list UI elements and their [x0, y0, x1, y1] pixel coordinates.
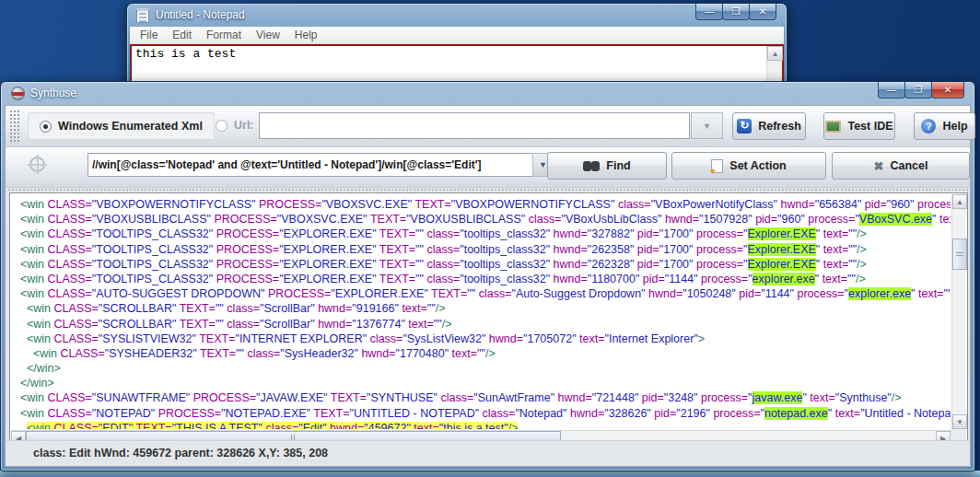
xml-line: </win>: [20, 376, 951, 390]
synthuse-minimize-button[interactable]: —: [878, 82, 905, 99]
synthuse-client-area: Windows Enumerated Xml Url: ▼ ↻ Refresh …: [5, 105, 971, 467]
refresh-label: Refresh: [758, 120, 801, 133]
desktop: Untitled - Notepad — ❐ ✕ FileEditFormatV…: [0, 0, 980, 477]
test-ide-label: Test IDE: [847, 120, 892, 133]
scroll-up-icon[interactable]: ▲: [767, 46, 783, 61]
status-text: class: Edit hWnd: 459672 parent: 328626 …: [33, 447, 328, 460]
synthuse-close-button[interactable]: ✕: [931, 82, 964, 99]
action-page-icon: [711, 159, 723, 173]
vertical-scroll-thumb[interactable]: [952, 238, 967, 270]
taskbar-strip[interactable]: [0, 471, 980, 477]
radio-xml-label: Windows Enumerated Xml: [58, 120, 203, 133]
xml-line: <win CLASS="VBOXPOWERNOTIFYCLASS" PROCES…: [20, 197, 951, 212]
test-ide-button[interactable]: Test IDE: [823, 112, 895, 140]
refresh-icon: ↻: [737, 119, 752, 134]
find-button[interactable]: Find: [547, 152, 667, 180]
xml-line: <win CLASS="SYSHEADER32" TEXT="" class="…: [20, 346, 951, 361]
synthuse-window: Synthuse — ❐ ✕ Windows Enumerated Xml Ur…: [0, 81, 975, 471]
xml-line: <win CLASS="NOTEPAD" PROCESS="NOTEPAD.EX…: [20, 406, 951, 421]
notepad-minimize-button[interactable]: —: [695, 4, 723, 20]
xml-line: <win CLASS="TOOLTIPS_CLASS32" PROCESS="E…: [20, 272, 951, 286]
xml-line: <win CLASS="VBOXUSBLIBCLASS" PROCESS="VB…: [20, 212, 951, 227]
menu-item-view[interactable]: View: [249, 29, 287, 41]
scroll-down-icon[interactable]: ▼: [952, 414, 967, 429]
url-input[interactable]: [259, 112, 690, 139]
vertical-scrollbar[interactable]: ▲ ▼: [951, 194, 966, 429]
xml-line: <win CLASS="TOOLTIPS_CLASS32" PROCESS="E…: [20, 257, 951, 272]
synthuse-titlebar[interactable]: Synthuse — ❐ ✕: [5, 82, 971, 105]
help-button[interactable]: ? Help: [914, 112, 975, 140]
menu-item-format[interactable]: Format: [199, 29, 249, 41]
synthuse-maximize-button[interactable]: ❐: [904, 82, 932, 99]
menu-item-help[interactable]: Help: [287, 29, 325, 41]
notepad-titlebar[interactable]: Untitled - Notepad — ❐ ✕: [130, 4, 784, 27]
notepad-maximize-button[interactable]: ❐: [722, 4, 750, 20]
xml-line: <win CLASS="EDIT" TEXT="THIS IS A TEST" …: [20, 421, 951, 429]
notepad-scrollbar[interactable]: ▲: [766, 46, 782, 86]
xml-line: <win CLASS="SCROLLBAR" TEXT="" class="Sc…: [20, 317, 951, 332]
xml-line: <win CLASS="TOOLTIPS_CLASS32" PROCESS="E…: [20, 242, 951, 257]
refresh-button[interactable]: ↻ Refresh: [732, 112, 806, 140]
chevron-down-icon: ▼: [539, 160, 547, 169]
menu-item-edit[interactable]: Edit: [165, 29, 199, 41]
radio-unselected-icon: [216, 120, 228, 132]
cancel-x-icon: ✖: [874, 159, 884, 173]
find-label: Find: [606, 159, 630, 172]
status-bar: class: Edit hWnd: 459672 parent: 328626 …: [6, 440, 970, 466]
xml-line: <win CLASS="TOOLTIPS_CLASS32" PROCESS="E…: [20, 227, 951, 241]
main-toolbar: Windows Enumerated Xml Url: ▼ ↻ Refresh …: [6, 106, 970, 147]
notepad-window-title: Untitled - Notepad: [156, 8, 245, 21]
radio-url[interactable]: Url:: [216, 119, 254, 132]
set-action-button[interactable]: Set Action: [671, 152, 826, 180]
help-icon: ?: [921, 119, 936, 134]
chalkboard-icon: [825, 121, 841, 133]
toolbar-grip[interactable]: [9, 110, 20, 143]
xpath-combobox-input[interactable]: [88, 153, 533, 177]
xml-content: <win CLASS="VBOXPOWERNOTIFYCLASS" PROCES…: [10, 193, 951, 429]
xml-line: <win CLASS="SYSLISTVIEW32" TEXT="INTERNE…: [20, 332, 951, 346]
cancel-label: Cancel: [890, 159, 928, 172]
notepad-app-icon: [136, 8, 149, 23]
radio-windows-enumerated-xml[interactable]: Windows Enumerated Xml: [28, 112, 215, 140]
synthuse-window-title: Synthuse: [30, 87, 76, 99]
xml-line: <win CLASS="AUTO-SUGGEST DROPDOWN" PROCE…: [20, 286, 951, 301]
url-dropdown-button[interactable]: ▼: [691, 112, 723, 139]
xml-line: <win CLASS="SCROLLBAR" TEXT="" class="Sc…: [20, 301, 951, 316]
binoculars-icon: [583, 161, 600, 171]
crosshair-icon: [29, 157, 45, 172]
synthuse-app-icon: [11, 87, 25, 100]
finder-toolbar: ▼ Find Set Action ✖ Cancel: [6, 147, 970, 188]
xml-line: <win CLASS="SUNAWTFRAME" PROCESS="JAVAW.…: [20, 390, 951, 405]
menu-item-file[interactable]: File: [133, 29, 165, 41]
radio-url-label: Url:: [234, 119, 254, 132]
help-label: Help: [942, 120, 967, 133]
notepad-menubar: FileEditFormatViewHelp: [130, 27, 784, 44]
scroll-up-icon[interactable]: ▲: [952, 194, 967, 209]
xml-line: </win>: [20, 361, 951, 376]
notepad-window: Untitled - Notepad — ❐ ✕ FileEditFormatV…: [126, 3, 788, 89]
notepad-text: this is a test: [132, 46, 782, 62]
radio-selected-icon: [40, 121, 52, 133]
xml-tree-panel[interactable]: <win CLASS="VBOXPOWERNOTIFYCLASS" PROCES…: [9, 192, 968, 447]
notepad-close-button[interactable]: ✕: [749, 4, 776, 20]
window-target-tool[interactable]: [29, 157, 45, 172]
cancel-button[interactable]: ✖ Cancel: [832, 152, 970, 180]
set-action-label: Set Action: [729, 159, 786, 172]
chevron-down-icon: ▼: [703, 122, 711, 131]
